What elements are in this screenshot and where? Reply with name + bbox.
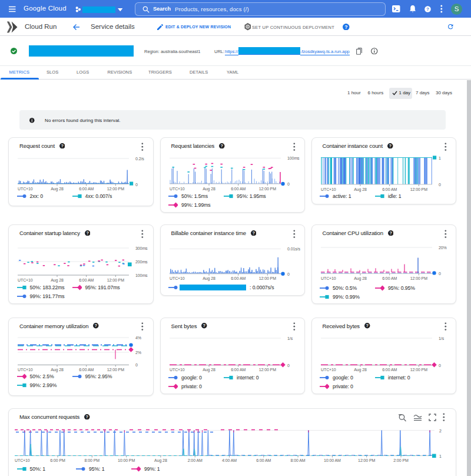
svg-text:Aug 28: Aug 28 <box>354 368 367 372</box>
svg-text:UTC+10: UTC+10 <box>321 187 336 191</box>
svg-text:?: ? <box>61 143 64 148</box>
svg-text:0: 0 <box>439 363 441 367</box>
svg-text:6:00 AM: 6:00 AM <box>382 276 397 280</box>
svg-text:UTC+10: UTC+10 <box>18 187 33 191</box>
svg-text:12:00 PM: 12:00 PM <box>258 187 276 191</box>
svg-text:12:00 PM: 12:00 PM <box>410 187 427 191</box>
svg-text:0: 0 <box>287 272 290 276</box>
svg-text:UTC+10: UTC+10 <box>170 276 185 280</box>
svg-text:2: 2 <box>439 429 442 433</box>
svg-text:8:00 PM: 8:00 PM <box>85 458 100 462</box>
svg-text:Aug 28: Aug 28 <box>51 187 64 191</box>
svg-text:UTC+10: UTC+10 <box>321 368 336 372</box>
svg-text:2:00 AM: 2:00 AM <box>188 458 203 462</box>
svg-text:12:00 PM: 12:00 PM <box>410 368 427 372</box>
svg-text:UTC+10: UTC+10 <box>15 458 30 462</box>
svg-text:0: 0 <box>287 363 290 367</box>
svg-text:6:00 AM: 6:00 AM <box>79 278 94 282</box>
svg-text:8:00 AM: 8:00 AM <box>291 458 306 462</box>
svg-text:100ms: 100ms <box>135 273 148 277</box>
svg-text:6:00 AM: 6:00 AM <box>382 368 397 372</box>
svg-text:?: ? <box>366 323 369 328</box>
svg-text:12:00 PM: 12:00 PM <box>107 187 124 191</box>
svg-text:?: ? <box>203 323 206 328</box>
svg-text:?: ? <box>221 143 224 148</box>
svg-text:?: ? <box>389 143 392 148</box>
svg-text:6:00 AM: 6:00 AM <box>79 187 94 191</box>
svg-text:?: ? <box>426 6 429 12</box>
svg-text:Aug 28: Aug 28 <box>203 187 215 191</box>
svg-text:6:00 AM: 6:00 AM <box>256 458 271 462</box>
svg-text:12:00 PM: 12:00 PM <box>258 368 276 372</box>
svg-text:10:00 AM: 10:00 AM <box>324 458 341 462</box>
svg-text:12:00 PM: 12:00 PM <box>410 276 427 280</box>
svg-text:Aug 28: Aug 28 <box>51 278 64 283</box>
svg-text:12:00 PM: 12:00 PM <box>107 278 124 282</box>
svg-text:12:00 PM: 12:00 PM <box>258 276 276 280</box>
svg-text:?: ? <box>390 230 393 236</box>
svg-text:300ms: 300ms <box>135 246 148 250</box>
svg-text:1/s: 1/s <box>439 336 445 341</box>
svg-text:0: 0 <box>135 183 138 187</box>
svg-text:100ms: 100ms <box>287 156 300 160</box>
svg-text:0: 0 <box>135 363 138 367</box>
svg-text:UTC+10: UTC+10 <box>170 368 185 372</box>
svg-text:2%: 2% <box>135 351 141 355</box>
svg-text:6:00 AM: 6:00 AM <box>382 187 397 191</box>
svg-text:12:00 PM: 12:00 PM <box>107 367 124 371</box>
svg-text:0.01s/s: 0.01s/s <box>287 247 300 251</box>
svg-text:?: ? <box>253 230 256 236</box>
svg-text:0: 0 <box>439 272 441 276</box>
svg-text:?: ? <box>344 24 347 29</box>
svg-text:Aug 28: Aug 28 <box>51 367 64 372</box>
svg-text:1: 1 <box>439 156 441 160</box>
svg-text:6:00 PM: 6:00 PM <box>50 458 65 462</box>
svg-text:6:00 AM: 6:00 AM <box>231 187 246 191</box>
svg-text:?: ? <box>95 323 98 328</box>
svg-text:6:00 AM: 6:00 AM <box>231 368 246 372</box>
svg-text:4%: 4% <box>135 336 141 340</box>
svg-text:UTC+10: UTC+10 <box>170 187 185 191</box>
svg-text:Aug 28: Aug 28 <box>354 187 367 192</box>
svg-text:Aug 28: Aug 28 <box>154 458 167 463</box>
svg-text:Aug 28: Aug 28 <box>354 276 367 281</box>
svg-text:UTC+10: UTC+10 <box>18 278 33 282</box>
svg-text:4:00 AM: 4:00 AM <box>222 458 237 462</box>
svg-text:UTC+10: UTC+10 <box>18 367 33 371</box>
svg-text:0.2/s: 0.2/s <box>135 157 144 161</box>
svg-text:1/s: 1/s <box>287 336 293 341</box>
svg-text:?: ? <box>86 230 89 236</box>
svg-text:UTC+10: UTC+10 <box>321 276 336 280</box>
svg-text:0: 0 <box>439 183 441 187</box>
svg-text:?: ? <box>86 414 89 419</box>
svg-text:200ms: 200ms <box>135 260 148 264</box>
svg-text:Aug 28: Aug 28 <box>203 368 215 372</box>
svg-text:1: 1 <box>439 454 442 458</box>
svg-text:0: 0 <box>287 182 290 186</box>
svg-text:20%: 20% <box>439 246 447 250</box>
svg-text:Aug 28: Aug 28 <box>203 276 215 281</box>
svg-text:6:00 AM: 6:00 AM <box>231 276 246 280</box>
svg-text:2:00 PM: 2:00 PM <box>393 458 409 462</box>
svg-text:10:00 PM: 10:00 PM <box>118 458 135 462</box>
svg-text:12:00 PM: 12:00 PM <box>358 458 375 462</box>
svg-text:6:00 AM: 6:00 AM <box>79 367 94 371</box>
